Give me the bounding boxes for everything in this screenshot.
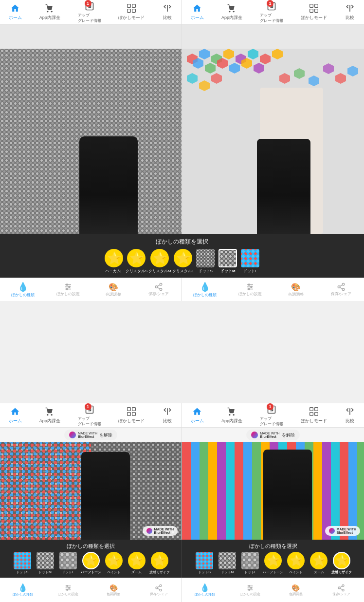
blur-dot-m-bl[interactable]: ドットM bbox=[34, 552, 56, 575]
nav-blur-mode-bl[interactable]: ぼかしモード bbox=[118, 406, 145, 424]
nav-home-r[interactable]: ホーム bbox=[191, 3, 204, 21]
nav-compare-bl[interactable]: 比較 bbox=[162, 406, 173, 424]
tab-save-l[interactable]: 保存/シェア bbox=[136, 278, 182, 301]
nav-iap-bl[interactable]: App内課金 bbox=[39, 406, 60, 424]
blur-option-dot-m[interactable]: ドットM bbox=[217, 249, 238, 274]
blur-zoom-br[interactable]: ⭐ ズーム bbox=[308, 552, 330, 575]
blur-option-crystal-m[interactable]: ⭐ クリスタルM bbox=[148, 249, 171, 274]
nav-iap[interactable]: App内課金 bbox=[39, 3, 60, 21]
svg-rect-82 bbox=[310, 413, 313, 416]
watermark-remove-btn-right[interactable]: MADE WITHBlurEffect を解除 bbox=[246, 430, 299, 440]
nav-home-br[interactable]: ホーム bbox=[191, 406, 204, 424]
tab-blur-setting-r[interactable]: ぼかしの設定 bbox=[228, 278, 273, 301]
nav-compare-label-r: 比較 bbox=[346, 15, 354, 21]
home-icon bbox=[10, 3, 20, 14]
final-tab-save-r[interactable]: 保存/シェア bbox=[319, 578, 364, 602]
nav-compare-br[interactable]: 比較 bbox=[345, 406, 355, 424]
blur-option-dot-l[interactable]: ドットL bbox=[239, 249, 261, 274]
nav-blur-mode-r[interactable]: ぼかしモード bbox=[301, 3, 327, 21]
paint-label-bl: ペイント bbox=[107, 570, 121, 575]
blur-dot-l-bl[interactable]: ドットL bbox=[57, 552, 79, 575]
dot-s-label-bl: ドットS bbox=[16, 570, 29, 575]
blur-halftone-br[interactable]: ⭐ ハーフトーン bbox=[262, 552, 284, 575]
palette-icon-r: 🎨 bbox=[291, 282, 301, 292]
svg-point-54 bbox=[160, 288, 163, 291]
blur-dot-s-bl[interactable]: ドットS bbox=[11, 552, 34, 575]
final-palette-icon-r: 🎨 bbox=[291, 584, 300, 592]
colored-dots-overlay bbox=[0, 442, 91, 540]
radiation-label-bl: 放射モザイク bbox=[149, 570, 170, 575]
nav-blur-mode-br[interactable]: ぼかしモード bbox=[301, 406, 327, 424]
nav-iap-br[interactable]: App内課金 bbox=[221, 406, 242, 424]
halftone-icon-br: ⭐ bbox=[264, 552, 282, 569]
svg-point-49 bbox=[66, 284, 68, 285]
final-tab-blur-type-r[interactable]: 💧 ぼかしの種類 bbox=[182, 578, 228, 602]
nav-upgrade-label-r: アップグレード情報 bbox=[260, 13, 283, 23]
nav-compare-r[interactable]: 比較 bbox=[345, 3, 355, 21]
dot-m-label-bl: ドットM bbox=[38, 570, 52, 575]
svg-rect-75 bbox=[132, 413, 136, 416]
tab-blur-setting-l[interactable]: ぼかしの設定 bbox=[45, 278, 91, 301]
compare-icon bbox=[162, 3, 173, 14]
svg-rect-83 bbox=[315, 413, 318, 416]
blur-options-bottom-left: ドットS ドットM ドットL ⭐ ハーフトーン bbox=[1, 552, 181, 575]
tab-color-r[interactable]: 🎨 色調調整 bbox=[273, 278, 319, 301]
paint-icon-br: ⭐ bbox=[287, 552, 305, 569]
dot-s-icon bbox=[196, 249, 215, 267]
blur-dot-s-br[interactable]: ドットS bbox=[193, 552, 216, 575]
blur-option-crystal-l[interactable]: ⭐ クリスタルL bbox=[172, 249, 194, 274]
final-tab-color-l[interactable]: 🎨 色調調整 bbox=[91, 578, 136, 602]
tab-bar-left: 💧 ぼかしの種類 ぼかしの設定 🎨 色調調整 保存/シェア bbox=[0, 278, 182, 301]
top-screens-row: ホーム App内課金 1 アップグレード情報 bbox=[0, 0, 364, 234]
nav-upgrade-r[interactable]: 1 アップグレード情報 bbox=[260, 1, 283, 23]
final-tab-blur-type-l[interactable]: 💧 ぼかしの種類 bbox=[0, 578, 45, 602]
tab-blur-type-r[interactable]: 💧 ぼかしの種類 bbox=[182, 278, 228, 301]
dot-l-icon bbox=[241, 249, 259, 267]
final-tab-save-l[interactable]: 保存/シェア bbox=[136, 578, 182, 602]
final-drop-icon-r: 💧 bbox=[200, 583, 210, 592]
blur-zoom-bl[interactable]: ⭐ ズーム bbox=[126, 552, 148, 575]
dot-l-icon-bl bbox=[59, 552, 77, 569]
nav-home-bl[interactable]: ホーム bbox=[9, 406, 22, 424]
tab-color-l[interactable]: 🎨 色調調整 bbox=[91, 278, 136, 301]
nav-upgrade-br[interactable]: 1 アップグレード情報 bbox=[260, 404, 283, 427]
nav-home-label-br: ホーム bbox=[191, 418, 204, 424]
final-tab-blur-setting-r[interactable]: ぼかしの設定 bbox=[228, 578, 273, 602]
blur-radiation-bl[interactable]: ⭐ 放射モザイク bbox=[148, 552, 171, 575]
upgrade-badge: 1 bbox=[85, 0, 91, 7]
blur-paint-bl[interactable]: ⭐ ペイント bbox=[103, 552, 125, 575]
svg-point-63 bbox=[343, 283, 345, 286]
blur-halftone-bl[interactable]: ⭐ ハーフトーン bbox=[80, 552, 102, 575]
blur-dot-l-br[interactable]: ドットL bbox=[239, 552, 261, 575]
blur-title-bl: ぼかしの種類を選択 bbox=[1, 543, 181, 550]
svg-point-88 bbox=[69, 587, 70, 588]
blur-dot-m-br[interactable]: ドットM bbox=[216, 552, 238, 575]
svg-point-62 bbox=[249, 288, 250, 290]
nav-blur-mode[interactable]: ぼかしモード bbox=[118, 3, 145, 21]
nav-upgrade-label-br: アップグレード情報 bbox=[260, 416, 283, 427]
svg-point-53 bbox=[156, 286, 158, 288]
nav-upgrade[interactable]: 1 アップグレード情報 bbox=[78, 1, 101, 23]
zoom-label-br: ズーム bbox=[314, 570, 324, 575]
final-tab-blur-setting-l[interactable]: ぼかしの設定 bbox=[45, 578, 91, 602]
watermark-remove-btn-left[interactable]: MADE WITHBlurEffect を解除 bbox=[64, 430, 117, 440]
blur-paint-br[interactable]: ⭐ ペイント bbox=[285, 552, 307, 575]
tab-save-r[interactable]: 保存/シェア bbox=[319, 278, 364, 301]
nav-compare[interactable]: 比較 bbox=[162, 3, 173, 21]
blur-selector-middle: ぼかしの種類を選択 ⭐ ハニカムL ⭐ クリスタルS ⭐ bbox=[0, 234, 364, 278]
blur-option-dot-s[interactable]: ドットS bbox=[195, 249, 216, 274]
blur-radiation-br[interactable]: ⭐ 放射モザイク bbox=[330, 552, 353, 575]
tab-blur-type-l[interactable]: 💧 ぼかしの種類 bbox=[0, 278, 45, 301]
svg-line-67 bbox=[340, 285, 343, 286]
blur-option-honeycomb-l[interactable]: ⭐ ハニカムL bbox=[103, 249, 125, 274]
drop-icon-r: 💧 bbox=[200, 282, 210, 292]
svg-line-105 bbox=[340, 586, 343, 587]
final-tab-color-r[interactable]: 🎨 色調調整 bbox=[273, 578, 319, 602]
blur-option-crystal-s[interactable]: ⭐ クリスタルS bbox=[126, 249, 147, 274]
nav-upgrade-bl[interactable]: 1 アップグレード情報 bbox=[78, 404, 101, 427]
nav-home[interactable]: ホーム bbox=[9, 3, 22, 21]
nav-iap-r[interactable]: App内課金 bbox=[221, 3, 242, 21]
radiation-icon-bl: ⭐ bbox=[151, 552, 168, 569]
top-gray-area-left bbox=[0, 24, 182, 49]
dot-s-icon-bl bbox=[14, 552, 31, 569]
